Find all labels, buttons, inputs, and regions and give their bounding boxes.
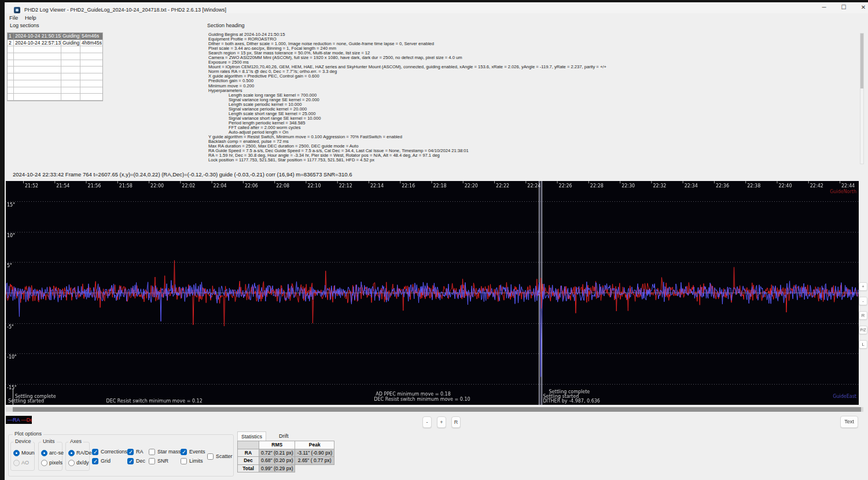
log-text-line: Minimum move = 0.200 <box>208 84 858 88</box>
log-row-date: 2024-10-24 22:57:13 <box>14 40 61 47</box>
log-text-line: RA Guide Speed = 7.5 a-s/s, Dec Guide Sp… <box>208 149 858 153</box>
log-row-date <box>14 73 61 80</box>
checkbox-limits[interactable] <box>181 458 187 464</box>
log-row-duration <box>80 53 102 60</box>
log-row-event <box>61 73 80 80</box>
stats-peak-value <box>295 464 334 472</box>
log-row-date <box>14 80 61 87</box>
graph-vzoom-out-button[interactable]: - <box>859 297 867 305</box>
stats-row-label: RA <box>238 449 259 457</box>
title-bar[interactable]: PHD2 Log Viewer - PHD2_GuideLog_2024-10-… <box>5 2 868 13</box>
radio-label: RA/De <box>76 450 92 456</box>
log-text-line: Signal variance short range SE kernel = … <box>208 116 858 121</box>
log-text-line: Auto-adjust period length = On <box>208 130 858 135</box>
log-text-line: Length scale short range SE kernel = 25.… <box>208 112 858 116</box>
checkbox-label-events: Events <box>189 449 205 455</box>
graph-vreset-button[interactable]: R <box>859 311 867 320</box>
checkbox-dec[interactable] <box>127 458 134 464</box>
graph-pan-zoom-button[interactable]: P/Z <box>859 326 867 334</box>
checkbox-scatter[interactable] <box>207 453 214 460</box>
graph-vzoom-in-button[interactable]: + <box>859 282 867 291</box>
text-view-button[interactable]: Text <box>840 416 858 428</box>
tab-statistics[interactable]: Statistics <box>237 431 266 441</box>
log-text-line: Y guide algorithm = Resist Switch, Minim… <box>208 135 858 139</box>
log-row-event <box>61 60 80 67</box>
radio-label: pixels <box>49 460 62 466</box>
graph-scrollbar[interactable] <box>6 407 863 412</box>
menu-help[interactable]: Help <box>25 14 36 21</box>
zoom-in-button[interactable]: + <box>437 416 446 428</box>
plot-options-subgroup-axes <box>65 442 90 471</box>
radio-ra-de[interactable] <box>68 450 75 456</box>
stats-peak-value: -3.11" (-0.90 px) <box>295 449 334 457</box>
log-sections-label: Log sections <box>10 23 39 28</box>
log-section-row[interactable] <box>8 53 102 60</box>
tab-drift[interactable]: Drift <box>275 431 292 441</box>
radio-pixels[interactable] <box>41 460 47 466</box>
log-row-event <box>61 80 80 87</box>
log-section-row[interactable] <box>8 87 102 94</box>
log-section-row[interactable] <box>8 94 102 101</box>
guide-graph[interactable] <box>6 181 859 405</box>
graph-scrollbar-thumb[interactable] <box>13 407 861 412</box>
checkbox-snr[interactable] <box>149 458 155 464</box>
log-row-number <box>8 60 14 67</box>
log-row-duration <box>80 46 102 53</box>
stats-row-label: Dec <box>238 457 259 465</box>
log-section-row[interactable] <box>8 80 102 87</box>
zoom-out-button[interactable]: - <box>422 416 432 428</box>
graph-legend: —RA —De <box>6 416 32 424</box>
log-text-line: Signal variance periodic kernel = 20.000 <box>208 107 858 112</box>
log-row-event <box>61 94 80 101</box>
graph-lock-button[interactable]: L <box>859 340 867 349</box>
log-text-line: Length scale long range SE kernel = 700.… <box>208 93 858 98</box>
checkbox-label-grid: Grid <box>101 458 111 464</box>
radio-label: arc-se <box>49 450 64 456</box>
radio-ao <box>13 460 20 466</box>
radio-dx-dy[interactable] <box>68 460 75 466</box>
log-row-date <box>14 67 61 73</box>
menu-file[interactable]: File <box>9 14 18 21</box>
log-row-number <box>8 80 14 87</box>
section-scrollbar[interactable] <box>860 33 864 164</box>
minimize-button[interactable]: ─ <box>814 2 834 13</box>
log-section-row[interactable]: 12024-10-24 21:50:15Guiding54m46s <box>8 33 102 40</box>
stats-rms-value: 0.99" (0.29 px) <box>259 464 295 472</box>
reset-zoom-button[interactable]: R <box>451 416 461 428</box>
radio-label: dx/dy <box>76 460 89 466</box>
maximize-button[interactable]: ☐ <box>834 2 854 13</box>
log-row-number <box>8 67 14 73</box>
subgroup-label: Axes <box>68 438 83 444</box>
app-icon <box>14 7 20 13</box>
log-section-row[interactable]: 22024-10-24 22:57:13Guiding4h8m45s <box>8 40 102 47</box>
checkbox-grid[interactable] <box>92 458 98 464</box>
plot-options-subgroup-units <box>38 442 62 471</box>
log-text-line: Camera = ZWO ASI220MM Mini (ASCOM), full… <box>208 56 858 60</box>
log-section-row[interactable] <box>8 67 102 73</box>
log-section-row[interactable] <box>8 60 102 67</box>
section-scrollbar-thumb[interactable] <box>860 34 863 88</box>
log-section-row[interactable] <box>8 46 102 53</box>
checkbox-ra[interactable] <box>127 449 134 455</box>
log-row-date <box>14 53 61 60</box>
log-row-event: Guiding <box>61 33 80 40</box>
section-heading-label: Section heading <box>207 23 245 28</box>
radio-arc-se[interactable] <box>41 450 47 456</box>
checkbox-label-ra: RA <box>136 449 144 455</box>
log-row-number <box>8 53 14 60</box>
checkbox-star-mass[interactable] <box>149 449 155 455</box>
close-button[interactable]: ✕ <box>854 2 868 13</box>
log-section-row[interactable] <box>8 73 102 80</box>
log-row-number <box>8 73 14 80</box>
log-row-number <box>8 94 14 101</box>
log-text-line: FFT called after = 2.000 worm cycles <box>208 125 858 130</box>
stats-header-row: RMSPeak <box>238 441 334 449</box>
log-text-line: Mount = iOptron CEM120,70,40,26, GEM, HE… <box>208 65 858 69</box>
checkbox-corrections[interactable] <box>92 449 98 455</box>
legend-dec: —De <box>21 417 32 423</box>
radio-moun[interactable] <box>13 450 20 456</box>
log-sections-table[interactable]: 12024-10-24 21:50:15Guiding54m46s22024-1… <box>7 32 103 101</box>
log-row-number: 2 <box>8 40 14 47</box>
log-row-event <box>61 87 80 94</box>
checkbox-events[interactable] <box>181 449 187 455</box>
